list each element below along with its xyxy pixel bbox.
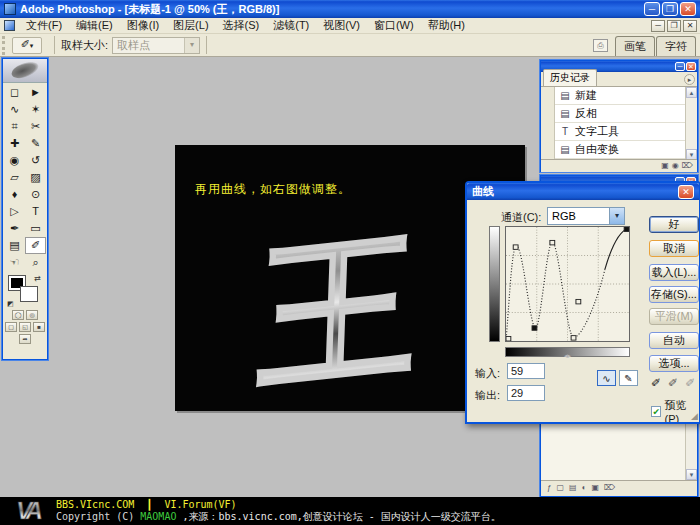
history-source-well[interactable] <box>541 105 555 123</box>
menu-item-5[interactable]: 滤镜(T) <box>266 17 316 34</box>
input-gradient-bar[interactable]: ◂▸ <box>505 347 630 357</box>
curves-title-bar[interactable]: 曲线 ✕ <box>467 183 699 200</box>
zoom-tool[interactable]: ⌕ <box>25 254 46 271</box>
menu-item-3[interactable]: 图层(L) <box>166 17 215 34</box>
toolbox-header[interactable] <box>3 59 47 83</box>
cancel-button[interactable]: 取消 <box>649 240 699 257</box>
curve-point-0[interactable] <box>506 337 511 341</box>
clone-stamp-tool[interactable]: ◉ <box>4 152 25 169</box>
screen-mode-button-2[interactable]: ■ <box>33 322 45 332</box>
menu-item-2[interactable]: 图像(I) <box>120 17 166 34</box>
history-scrollbar[interactable]: ▲ ▼ <box>685 87 697 160</box>
delete-layer-icon[interactable]: ⌦ <box>604 483 615 493</box>
curve-path-solid[interactable] <box>605 228 629 270</box>
black-point-eyedropper[interactable]: ✐ <box>651 376 661 390</box>
save-button[interactable]: 存储(S)... <box>649 286 699 303</box>
quick-mask-button-0[interactable]: ◯ <box>12 310 24 320</box>
menu-item-1[interactable]: 编辑(E) <box>69 17 120 34</box>
layer-style-icon[interactable]: ƒ <box>547 483 551 493</box>
blur-tool[interactable]: ♦ <box>4 186 25 203</box>
crop-tool[interactable]: ⌗ <box>4 118 25 135</box>
resize-grip-icon[interactable]: ◢ <box>691 411 698 421</box>
history-item-1[interactable]: ▤反相 <box>541 105 697 123</box>
type-tool[interactable]: T <box>25 203 46 220</box>
doc-minimize-button[interactable]: ─ <box>651 20 665 32</box>
curve-point-6[interactable] <box>624 227 629 231</box>
brush-tool[interactable]: ✎ <box>25 135 46 152</box>
history-item-2[interactable]: T文字工具 <box>541 123 697 141</box>
notes-tool[interactable]: ▤ <box>4 237 25 254</box>
shape-tool[interactable]: ▭ <box>25 220 46 237</box>
curve-point-5[interactable] <box>576 299 581 303</box>
history-menu-icon[interactable]: ▸ <box>684 74 695 85</box>
dodge-tool[interactable]: ⊙ <box>25 186 46 203</box>
curve-point-tool[interactable]: ∿ <box>597 370 616 386</box>
new-document-from-state-icon[interactable]: ▣ <box>661 161 669 171</box>
new-snapshot-icon[interactable]: ◉ <box>672 161 679 171</box>
file-browser-icon[interactable]: ⎙ <box>593 39 608 52</box>
default-colors-icon[interactable]: ◩ <box>7 300 14 308</box>
quick-mask-button-1[interactable]: ◎ <box>26 310 38 320</box>
menu-item-7[interactable]: 窗口(W) <box>367 17 421 34</box>
delete-state-icon[interactable]: ⌦ <box>682 161 693 171</box>
white-point-eyedropper[interactable]: ✐ <box>685 376 695 390</box>
gradient-tool[interactable]: ▨ <box>25 169 46 186</box>
move-tool[interactable]: ► <box>25 84 46 101</box>
brushes-palette-tab[interactable]: 画笔 <box>615 36 655 56</box>
layer-set-icon[interactable]: ▤ <box>569 483 577 493</box>
rectangular-marquee-tool[interactable]: ◻ <box>4 84 25 101</box>
background-color-swatch[interactable] <box>21 287 37 301</box>
curves-grid[interactable] <box>505 226 630 342</box>
eraser-tool[interactable]: ▱ <box>4 169 25 186</box>
swap-colors-icon[interactable]: ⇄ <box>34 274 41 283</box>
slice-tool[interactable]: ✂ <box>25 118 46 135</box>
curve-path-dotted[interactable] <box>506 242 605 341</box>
preview-checkbox[interactable]: ✔ <box>651 406 661 417</box>
doc-restore-button[interactable]: ❐ <box>667 20 681 32</box>
curve-point-4[interactable] <box>571 336 576 340</box>
menu-item-6[interactable]: 视图(V) <box>316 17 367 34</box>
history-brush-tool[interactable]: ↺ <box>25 152 46 169</box>
history-tab[interactable]: 历史记录 <box>543 69 597 86</box>
lasso-tool[interactable]: ∿ <box>4 101 25 118</box>
minimize-button[interactable]: ─ <box>644 2 660 16</box>
curve-point-3[interactable] <box>550 240 555 244</box>
pen-tool[interactable]: ✒ <box>4 220 25 237</box>
output-field[interactable]: 29 <box>507 385 545 401</box>
hand-tool[interactable]: ☜ <box>4 254 25 271</box>
close-button[interactable]: ✕ <box>680 2 696 16</box>
gradient-split-icon[interactable]: ◂▸ <box>564 352 571 359</box>
auto-button[interactable]: 自动 <box>649 332 699 349</box>
screen-mode-button-1[interactable]: ◱ <box>19 322 31 332</box>
history-source-well[interactable] <box>541 87 555 105</box>
history-source-well[interactable] <box>541 123 555 141</box>
menu-item-0[interactable]: 文件(F) <box>19 17 69 34</box>
restore-button[interactable]: ❐ <box>662 2 678 16</box>
options-grip[interactable] <box>2 36 8 55</box>
options-button[interactable]: 选项... <box>649 355 699 372</box>
channel-select[interactable]: RGB▾ <box>547 207 625 225</box>
menu-item-4[interactable]: 选择(S) <box>216 17 267 34</box>
curve-point-1[interactable] <box>513 245 518 249</box>
doc-close-button[interactable]: ✕ <box>683 20 697 32</box>
screen-mode-button-0[interactable]: ▢ <box>5 322 17 332</box>
path-selection-tool[interactable]: ▷ <box>4 203 25 220</box>
eyedropper-tool[interactable]: ✐ <box>25 237 46 254</box>
history-minimize-icon[interactable]: ─ <box>675 62 685 71</box>
curve-point-2[interactable] <box>532 326 537 330</box>
magic-wand-tool[interactable]: ✶ <box>25 101 46 118</box>
ok-button[interactable]: 好 <box>649 216 699 233</box>
scroll-down-icon[interactable]: ▼ <box>686 149 697 160</box>
load-button[interactable]: 载入(L)... <box>649 264 699 281</box>
history-item-3[interactable]: ▤自由变换 <box>541 141 697 159</box>
history-close-icon[interactable]: ✕ <box>686 62 696 71</box>
history-source-well[interactable] <box>541 141 555 159</box>
sample-size-select[interactable]: 取样点▾ <box>112 37 200 54</box>
eyedropper-tool-preset[interactable]: ✐▾ <box>12 37 42 54</box>
adjustment-layer-icon[interactable]: ◐ <box>582 483 587 493</box>
character-palette-tab[interactable]: 字符 <box>656 36 696 56</box>
jump-to-imageready-button-0[interactable]: ➦ <box>19 334 31 344</box>
healing-brush-tool[interactable]: ✚ <box>4 135 25 152</box>
new-layer-icon[interactable]: ▣ <box>591 483 599 493</box>
input-field[interactable]: 59 <box>507 363 545 379</box>
